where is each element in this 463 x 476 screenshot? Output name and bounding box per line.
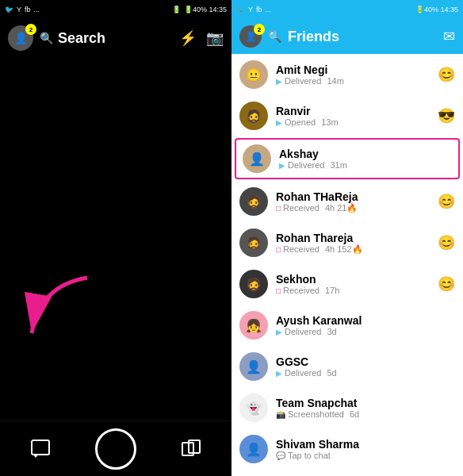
camera-flip-icon[interactable]: 📷 bbox=[206, 29, 224, 47]
friend-status-text: Delivered bbox=[285, 368, 321, 378]
friend-info: Ranvir ▶ Opened 13m bbox=[276, 105, 430, 127]
friend-emoji: 😊 bbox=[438, 275, 455, 293]
right-status-icons: 🐦 Y fb ... bbox=[236, 6, 271, 13]
friend-status-text: Screenshotted bbox=[288, 409, 344, 419]
friend-avatar: 👧 bbox=[239, 311, 268, 340]
friend-status: □ Received 17h bbox=[276, 286, 430, 295]
chat-icon-bottom[interactable] bbox=[30, 439, 51, 459]
friend-status: 📸 Screenshotted 6d bbox=[276, 409, 455, 419]
friend-info: Amit Negi ▶ Delivered 14m bbox=[276, 63, 430, 86]
friend-name: Amit Negi bbox=[276, 63, 430, 76]
friend-info: Shivam Sharma 💬 Tap to chat bbox=[276, 438, 455, 460]
battery-icon: 🔋 bbox=[172, 6, 181, 13]
fb-icon: fb bbox=[25, 6, 31, 13]
friend-name: Rohan THaReja bbox=[276, 190, 430, 203]
friend-name: Akshay bbox=[279, 148, 452, 160]
friend-item-10[interactable]: 👤 Ritesh Mendi... ▶ Opened 3d bbox=[232, 470, 463, 476]
status-arrow-icon: ▶ bbox=[276, 77, 282, 86]
friend-item-2[interactable]: 👤 Akshay ▶ Delivered 31m bbox=[235, 138, 460, 179]
friend-avatar: 😐 bbox=[239, 60, 268, 89]
friend-status-text: Delivered bbox=[288, 160, 324, 170]
friends-title: Friends bbox=[288, 29, 339, 45]
status-box-icon: □ bbox=[276, 286, 281, 295]
dots-icon: ... bbox=[34, 6, 40, 13]
friend-item-5[interactable]: 🧔 Sekhon □ Received 17h 😊 bbox=[232, 263, 463, 305]
friend-name: Ranvir bbox=[276, 105, 430, 117]
friend-emoji: 😊 bbox=[438, 193, 455, 210]
friend-info: Rohan THaReja □ Received 4h 21🔥 bbox=[276, 190, 430, 213]
friend-status-text: Received bbox=[283, 203, 320, 213]
friend-item-0[interactable]: 😐 Amit Negi ▶ Delivered 14m 😊 bbox=[232, 54, 463, 95]
snapchat-y-icon: Y bbox=[17, 6, 21, 13]
right-twitter-icon: 🐦 bbox=[236, 6, 245, 13]
stories-icon-bottom[interactable] bbox=[181, 439, 201, 459]
friend-item-4[interactable]: 🧔 Rohan Thareja □ Received 4h 152🔥 😊 bbox=[232, 222, 463, 263]
friend-name: Ayush Karanwal bbox=[276, 314, 455, 327]
battery-percent: 🔋40% 14:35 bbox=[184, 6, 227, 13]
right-dots-icon: ... bbox=[266, 6, 272, 13]
friend-info: Akshay ▶ Delivered 31m bbox=[279, 148, 452, 170]
friend-status-text: Tap to chat bbox=[288, 451, 331, 460]
friend-name: Shivam Sharma bbox=[276, 438, 455, 451]
friend-status: □ Received 4h 21🔥 bbox=[276, 203, 430, 213]
right-y-icon: Y bbox=[248, 6, 253, 13]
arrow-container bbox=[16, 262, 111, 357]
friend-item-9[interactable]: 👤 Shivam Sharma 💬 Tap to chat bbox=[232, 428, 463, 470]
friends-header: 👤 2 🔍 Friends ✉ bbox=[232, 19, 463, 54]
friend-avatar-icon: 👻 bbox=[246, 401, 262, 416]
right-status-right: 🔋40% 14:35 bbox=[415, 6, 458, 13]
status-box-icon: □ bbox=[276, 245, 281, 254]
friend-item-1[interactable]: 🧔 Ranvir ▶ Opened 13m 😎 bbox=[232, 95, 463, 136]
friend-avatar: 🧔 bbox=[239, 228, 268, 257]
friend-name: GGSC bbox=[276, 355, 455, 368]
friend-avatar-icon: 🧔 bbox=[246, 277, 262, 292]
search-input-area[interactable]: 🔍 Search bbox=[40, 30, 173, 47]
friends-header-action-icon[interactable]: ✉ bbox=[443, 28, 455, 45]
friend-status-text: Opened bbox=[285, 117, 316, 127]
friend-status: ▶ Delivered 31m bbox=[279, 160, 452, 170]
friend-status-text: Received bbox=[283, 286, 320, 295]
friend-name: Sekhon bbox=[276, 273, 430, 286]
left-status-icons: 🐦 Y fb ... bbox=[5, 6, 40, 13]
friend-avatar-icon: 👤 bbox=[249, 152, 265, 167]
left-status-right: 🔋 🔋40% 14:35 bbox=[172, 6, 227, 13]
svg-marker-2 bbox=[33, 455, 38, 458]
friends-title-area: 👤 2 🔍 Friends bbox=[239, 25, 339, 48]
friend-item-7[interactable]: 👤 GGSC ▶ Delivered 5d bbox=[232, 346, 463, 387]
friend-emoji: 😊 bbox=[438, 234, 455, 251]
friend-info: GGSC ▶ Delivered 5d bbox=[276, 355, 455, 378]
capture-button[interactable] bbox=[95, 428, 136, 470]
status-arrow-icon: ▶ bbox=[276, 118, 282, 127]
friend-avatar: 🧔 bbox=[239, 102, 268, 130]
right-fb-icon: fb bbox=[256, 6, 262, 13]
friend-time: 13m bbox=[321, 117, 338, 127]
friend-item-3[interactable]: 🧔 Rohan THaReja □ Received 4h 21🔥 😊 bbox=[232, 181, 463, 222]
status-arrow-icon: ▶ bbox=[279, 161, 285, 170]
left-avatar-container[interactable]: 👤 2 bbox=[8, 25, 33, 51]
left-status-bar: 🐦 Y fb ... 🔋 🔋40% 14:35 bbox=[0, 0, 232, 19]
left-badge: 2 bbox=[25, 24, 36, 35]
status-arrow-icon: ▶ bbox=[276, 328, 282, 336]
right-status-bar: 🐦 Y fb ... 🔋40% 14:35 bbox=[232, 0, 463, 19]
friend-item-8[interactable]: 👻 Team Snapchat 📸 Screenshotted 6d bbox=[232, 387, 463, 428]
friend-item-6[interactable]: 👧 Ayush Karanwal ▶ Delivered 3d bbox=[232, 305, 463, 346]
friend-status: ▶ Delivered 5d bbox=[276, 368, 455, 378]
search-label: Search bbox=[58, 30, 105, 47]
twitter-icon: 🐦 bbox=[5, 6, 13, 13]
left-search-bar: 👤 2 🔍 Search ⚡ 📷 bbox=[0, 19, 232, 57]
streak: 152🔥 bbox=[337, 244, 362, 255]
left-panel: 🐦 Y fb ... 🔋 🔋40% 14:35 👤 2 🔍 Search ⚡ 📷 bbox=[0, 0, 232, 476]
friend-name: Rohan Thareja bbox=[276, 232, 430, 244]
friend-avatar: 👤 bbox=[239, 435, 268, 463]
friend-info: Sekhon □ Received 17h bbox=[276, 273, 430, 295]
friend-avatar: 🧔 bbox=[239, 270, 268, 298]
right-panel: 🐦 Y fb ... 🔋40% 14:35 👤 2 🔍 Friends ✉ 😐 … bbox=[232, 0, 463, 476]
right-avatar-container[interactable]: 👤 2 bbox=[239, 25, 262, 48]
tap-icon: 💬 bbox=[276, 451, 285, 460]
status-arrow-icon: ▶ bbox=[276, 369, 282, 378]
friend-info: Team Snapchat 📸 Screenshotted 6d bbox=[276, 397, 455, 419]
screenshot-icon: 📸 bbox=[276, 410, 285, 419]
friend-avatar: 👤 bbox=[239, 352, 268, 381]
flash-icon[interactable]: ⚡ bbox=[179, 29, 197, 47]
camera-view bbox=[0, 57, 232, 420]
